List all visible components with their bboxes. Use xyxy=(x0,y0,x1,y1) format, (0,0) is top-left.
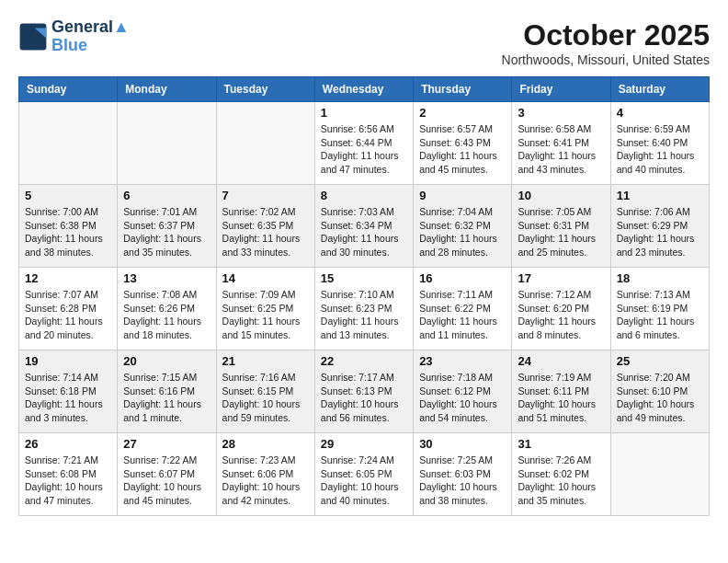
table-row: 18Sunrise: 7:13 AMSunset: 6:19 PMDayligh… xyxy=(610,268,709,350)
table-row: 5Sunrise: 7:00 AMSunset: 6:38 PMDaylight… xyxy=(19,185,118,268)
day-info: Sunrise: 7:06 AMSunset: 6:29 PMDaylight:… xyxy=(617,205,703,259)
table-row: 28Sunrise: 7:23 AMSunset: 6:06 PMDayligh… xyxy=(216,433,314,516)
day-info: Sunrise: 7:22 AMSunset: 6:07 PMDaylight:… xyxy=(123,454,210,508)
col-tuesday: Tuesday xyxy=(216,77,314,102)
table-row: 24Sunrise: 7:19 AMSunset: 6:11 PMDayligh… xyxy=(512,350,610,433)
day-info: Sunrise: 7:23 AMSunset: 6:06 PMDaylight:… xyxy=(222,454,309,508)
day-number: 27 xyxy=(123,437,210,451)
table-row: 2Sunrise: 6:57 AMSunset: 6:43 PMDaylight… xyxy=(414,102,512,185)
table-row: 13Sunrise: 7:08 AMSunset: 6:26 PMDayligh… xyxy=(118,268,216,350)
page-header: General▲ Blue October 2025 Northwoods, M… xyxy=(18,18,710,67)
day-info: Sunrise: 7:03 AMSunset: 6:34 PMDaylight:… xyxy=(321,205,407,259)
table-row: 30Sunrise: 7:25 AMSunset: 6:03 PMDayligh… xyxy=(414,433,512,516)
day-info: Sunrise: 6:58 AMSunset: 6:41 PMDaylight:… xyxy=(518,122,604,177)
table-row: 22Sunrise: 7:17 AMSunset: 6:13 PMDayligh… xyxy=(314,350,413,433)
day-number: 19 xyxy=(25,354,111,368)
day-info: Sunrise: 7:05 AMSunset: 6:31 PMDaylight:… xyxy=(518,205,604,259)
col-friday: Friday xyxy=(512,77,610,102)
day-number: 9 xyxy=(419,189,506,202)
day-info: Sunrise: 7:16 AMSunset: 6:15 PMDaylight:… xyxy=(222,371,309,425)
day-info: Sunrise: 7:09 AMSunset: 6:25 PMDaylight:… xyxy=(222,288,309,342)
day-info: Sunrise: 7:07 AMSunset: 6:28 PMDaylight:… xyxy=(25,288,111,342)
day-info: Sunrise: 7:10 AMSunset: 6:23 PMDaylight:… xyxy=(321,288,407,342)
table-row: 21Sunrise: 7:16 AMSunset: 6:15 PMDayligh… xyxy=(216,350,314,433)
table-row: 31Sunrise: 7:26 AMSunset: 6:02 PMDayligh… xyxy=(512,433,610,516)
table-row: 7Sunrise: 7:02 AMSunset: 6:35 PMDaylight… xyxy=(216,185,314,268)
day-number: 29 xyxy=(321,437,407,451)
day-number: 23 xyxy=(419,354,506,368)
day-info: Sunrise: 7:26 AMSunset: 6:02 PMDaylight:… xyxy=(518,454,604,508)
table-row: 10Sunrise: 7:05 AMSunset: 6:31 PMDayligh… xyxy=(512,185,610,268)
day-info: Sunrise: 7:14 AMSunset: 6:18 PMDaylight:… xyxy=(25,371,111,425)
calendar-week-row: 5Sunrise: 7:00 AMSunset: 6:38 PMDaylight… xyxy=(19,185,710,268)
table-row: 17Sunrise: 7:12 AMSunset: 6:20 PMDayligh… xyxy=(512,268,610,350)
calendar-header-row: Sunday Monday Tuesday Wednesday Thursday… xyxy=(19,77,710,102)
day-number: 31 xyxy=(518,437,604,451)
table-row xyxy=(118,102,216,185)
table-row: 14Sunrise: 7:09 AMSunset: 6:25 PMDayligh… xyxy=(216,268,314,350)
day-info: Sunrise: 7:21 AMSunset: 6:08 PMDaylight:… xyxy=(25,454,111,508)
day-number: 13 xyxy=(123,271,210,285)
day-number: 24 xyxy=(518,354,604,368)
day-info: Sunrise: 7:24 AMSunset: 6:05 PMDaylight:… xyxy=(321,454,407,508)
day-number: 14 xyxy=(222,271,309,285)
table-row: 11Sunrise: 7:06 AMSunset: 6:29 PMDayligh… xyxy=(610,185,709,268)
table-row: 26Sunrise: 7:21 AMSunset: 6:08 PMDayligh… xyxy=(19,433,118,516)
logo: General▲ Blue xyxy=(18,18,130,55)
day-number: 10 xyxy=(518,189,604,202)
day-number: 20 xyxy=(123,354,210,368)
day-info: Sunrise: 7:11 AMSunset: 6:22 PMDaylight:… xyxy=(419,288,506,342)
day-number: 11 xyxy=(617,189,703,202)
day-info: Sunrise: 7:18 AMSunset: 6:12 PMDaylight:… xyxy=(419,371,506,425)
day-info: Sunrise: 7:20 AMSunset: 6:10 PMDaylight:… xyxy=(617,371,703,425)
svg-rect-0 xyxy=(20,23,47,50)
day-info: Sunrise: 7:08 AMSunset: 6:26 PMDaylight:… xyxy=(123,288,210,342)
calendar-week-row: 1Sunrise: 6:56 AMSunset: 6:44 PMDaylight… xyxy=(19,102,710,185)
table-row: 9Sunrise: 7:04 AMSunset: 6:32 PMDaylight… xyxy=(414,185,512,268)
table-row: 12Sunrise: 7:07 AMSunset: 6:28 PMDayligh… xyxy=(19,268,118,350)
calendar-week-row: 12Sunrise: 7:07 AMSunset: 6:28 PMDayligh… xyxy=(19,268,710,350)
day-number: 25 xyxy=(617,354,703,368)
day-info: Sunrise: 7:19 AMSunset: 6:11 PMDaylight:… xyxy=(518,371,604,425)
day-info: Sunrise: 6:57 AMSunset: 6:43 PMDaylight:… xyxy=(419,122,506,177)
day-info: Sunrise: 7:12 AMSunset: 6:20 PMDaylight:… xyxy=(518,288,604,342)
day-number: 7 xyxy=(222,189,309,202)
logo-text: General▲ Blue xyxy=(51,18,130,55)
calendar-week-row: 19Sunrise: 7:14 AMSunset: 6:18 PMDayligh… xyxy=(19,350,710,433)
day-number: 28 xyxy=(222,437,309,451)
table-row: 1Sunrise: 6:56 AMSunset: 6:44 PMDaylight… xyxy=(314,102,413,185)
day-number: 26 xyxy=(25,437,111,451)
table-row: 4Sunrise: 6:59 AMSunset: 6:40 PMDaylight… xyxy=(610,102,709,185)
day-info: Sunrise: 7:04 AMSunset: 6:32 PMDaylight:… xyxy=(419,205,506,259)
table-row: 29Sunrise: 7:24 AMSunset: 6:05 PMDayligh… xyxy=(314,433,413,516)
col-wednesday: Wednesday xyxy=(314,77,413,102)
table-row: 19Sunrise: 7:14 AMSunset: 6:18 PMDayligh… xyxy=(19,350,118,433)
day-info: Sunrise: 6:59 AMSunset: 6:40 PMDaylight:… xyxy=(617,122,703,177)
table-row: 20Sunrise: 7:15 AMSunset: 6:16 PMDayligh… xyxy=(118,350,216,433)
day-info: Sunrise: 7:02 AMSunset: 6:35 PMDaylight:… xyxy=(222,205,309,259)
day-number: 16 xyxy=(419,271,506,285)
day-number: 22 xyxy=(321,354,407,368)
location: Northwoods, Missouri, United States xyxy=(502,52,710,67)
day-info: Sunrise: 7:01 AMSunset: 6:37 PMDaylight:… xyxy=(123,205,210,259)
calendar-table: Sunday Monday Tuesday Wednesday Thursday… xyxy=(18,76,710,516)
table-row: 16Sunrise: 7:11 AMSunset: 6:22 PMDayligh… xyxy=(414,268,512,350)
table-row: 25Sunrise: 7:20 AMSunset: 6:10 PMDayligh… xyxy=(610,350,709,433)
day-number: 8 xyxy=(321,189,407,202)
title-area: October 2025 Northwoods, Missouri, Unite… xyxy=(502,18,710,67)
day-info: Sunrise: 7:25 AMSunset: 6:03 PMDaylight:… xyxy=(419,454,506,508)
day-info: Sunrise: 7:00 AMSunset: 6:38 PMDaylight:… xyxy=(25,205,111,259)
day-info: Sunrise: 7:13 AMSunset: 6:19 PMDaylight:… xyxy=(617,288,703,342)
day-number: 2 xyxy=(419,106,506,120)
col-sunday: Sunday xyxy=(19,77,118,102)
table-row xyxy=(19,102,118,185)
table-row: 15Sunrise: 7:10 AMSunset: 6:23 PMDayligh… xyxy=(314,268,413,350)
col-saturday: Saturday xyxy=(610,77,709,102)
day-info: Sunrise: 7:15 AMSunset: 6:16 PMDaylight:… xyxy=(123,371,210,425)
table-row: 23Sunrise: 7:18 AMSunset: 6:12 PMDayligh… xyxy=(414,350,512,433)
day-number: 3 xyxy=(518,106,604,120)
day-number: 5 xyxy=(25,189,111,202)
logo-icon xyxy=(18,22,48,52)
col-monday: Monday xyxy=(118,77,216,102)
day-number: 17 xyxy=(518,271,604,285)
